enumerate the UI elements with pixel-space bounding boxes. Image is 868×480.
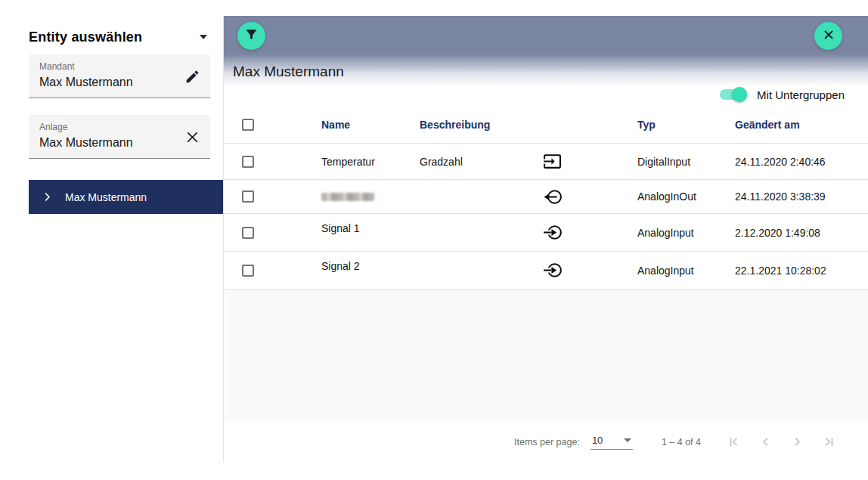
column-header-name: Name	[321, 119, 420, 131]
clear-icon[interactable]	[183, 128, 201, 146]
row-checkbox[interactable]	[242, 190, 254, 203]
cell-typ: AnalogInput	[637, 227, 735, 239]
cell-geaendert-am: 24.11.2020 3:38:39	[735, 190, 868, 203]
paginator-range-label: 1 – 4 of 4	[662, 437, 701, 447]
table-row[interactable]: Temperatur Gradzahl DigitalInput 24.11.2…	[224, 144, 868, 180]
cell-typ: AnalogInOut	[637, 190, 735, 203]
cell-geaendert-am: 22.1.2021 10:28:02	[735, 265, 868, 277]
column-header-typ: Typ	[637, 119, 735, 131]
paginator-nav	[727, 435, 836, 449]
paginator: Items per page: 10 1 – 4 of 4	[224, 421, 868, 463]
subgroups-toggle-label: Mit Untergruppen	[757, 88, 845, 101]
anlage-label: Anlage	[39, 122, 67, 132]
first-page-button[interactable]	[727, 435, 741, 449]
filter-icon	[244, 27, 259, 45]
cell-name-redacted	[321, 193, 420, 201]
row-checkbox[interactable]	[242, 265, 254, 277]
toggle-thumb[interactable]	[732, 87, 747, 102]
mandant-label: Mandant	[39, 61, 75, 72]
page-size-select[interactable]: 10	[591, 435, 633, 450]
row-checkbox[interactable]	[242, 156, 254, 168]
select-caret-icon	[624, 438, 631, 442]
arrow-into-circle-icon	[543, 223, 637, 242]
last-page-button[interactable]	[822, 435, 836, 449]
cell-geaendert-am: 2.12.2020 1:49:08	[735, 227, 868, 239]
column-header-beschreibung: Beschreibung	[420, 119, 543, 131]
anlage-field[interactable]: Anlage Max Mustermann	[29, 115, 210, 159]
input-icon	[543, 152, 637, 171]
tree-item-label: Max Mustermann	[65, 191, 147, 203]
entity-table-panel: Max Mustermann Mit Untergruppen Name Bes…	[224, 16, 868, 463]
cell-typ: AnalogInput	[637, 265, 735, 277]
caret-down-icon[interactable]	[200, 35, 207, 39]
anlage-value: Max Mustermann	[39, 136, 133, 150]
subgroups-toggle-row: Mit Untergruppen	[718, 85, 845, 104]
cell-name: Signal 1	[321, 214, 420, 234]
sidebar-item-max-mustermann[interactable]: Max Mustermann	[29, 180, 223, 214]
table-header-row: Name Beschreibung Typ Geändert am	[224, 106, 868, 144]
panel-top-bar	[224, 16, 868, 54]
chevron-right-icon[interactable]	[42, 191, 53, 203]
panel-title: Max Mustermann	[233, 63, 344, 80]
cell-beschreibung: Gradzahl	[420, 156, 543, 168]
edit-icon[interactable]	[183, 67, 201, 85]
subgroups-toggle[interactable]	[718, 85, 749, 104]
table-row[interactable]: Signal 2 AnalogInput 22.1.2021 10:28:02	[224, 252, 868, 290]
cell-name: Signal 2	[321, 252, 420, 272]
column-header-geaendert-am: Geändert am	[735, 119, 868, 131]
select-all-checkbox[interactable]	[242, 119, 254, 131]
mandant-value: Max Mustermann	[39, 76, 133, 89]
close-icon	[822, 28, 835, 45]
row-checkbox[interactable]	[242, 227, 254, 239]
cell-geaendert-am: 24.11.2020 2:40:46	[735, 156, 868, 168]
sidebar-title: Entity auswählen	[29, 29, 142, 45]
table-row[interactable]: Signal 1 AnalogInput 2.12.2020 1:49:08	[224, 214, 868, 252]
close-button[interactable]	[814, 22, 842, 50]
items-per-page-label: Items per page:	[514, 437, 580, 447]
entity-select-header[interactable]: Entity auswählen	[29, 27, 207, 47]
table-empty-area	[224, 290, 868, 421]
header-checkbox-cell	[224, 119, 321, 131]
redacted-name-blur	[321, 193, 374, 201]
cell-typ: DigitalInput	[637, 156, 735, 168]
arrow-into-circle-icon	[543, 261, 637, 280]
mandant-field[interactable]: Mandant Max Mustermann	[29, 54, 210, 98]
table-row[interactable]: AnalogInOut 24.11.2020 3:38:39	[224, 180, 868, 214]
cell-name: Temperatur	[321, 156, 420, 168]
page-size-value: 10	[592, 435, 603, 446]
entity-sidebar: Entity auswählen Mandant Max Mustermann …	[0, 0, 223, 480]
entity-table: Name Beschreibung Typ Geändert am Temper…	[224, 106, 868, 290]
arrow-out-of-circle-icon	[543, 187, 637, 206]
next-page-button[interactable]	[790, 435, 804, 449]
filter-button[interactable]	[237, 22, 265, 50]
previous-page-button[interactable]	[758, 435, 773, 449]
